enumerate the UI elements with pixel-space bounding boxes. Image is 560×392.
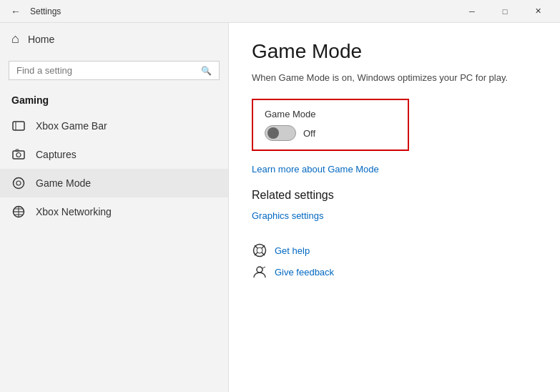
sidebar: ⌂ Home 🔍 Gaming Xbox Game Bar [0,23,229,392]
svg-point-18 [257,267,262,273]
game-mode-box-label: Game Mode [265,109,396,119]
content-area: Game Mode When Game Mode is on, Windows … [229,23,560,392]
get-help-row[interactable]: Get help [252,242,537,258]
get-help-icon [252,242,267,258]
close-icon: ✕ [535,6,541,16]
game-mode-icon [11,176,26,190]
maximize-button[interactable]: □ [488,0,521,23]
svg-point-6 [16,181,21,185]
back-button[interactable]: ← [6,1,26,21]
give-feedback-row[interactable]: Give feedback [252,264,537,280]
search-box[interactable]: 🔍 [9,61,220,80]
window-controls: ─ □ ✕ [456,0,554,23]
related-settings-title: Related settings [252,189,537,202]
page-title: Game Mode [252,40,537,63]
home-icon: ⌂ [11,31,19,46]
maximize-icon: □ [503,7,508,16]
main-layout: ⌂ Home 🔍 Gaming Xbox Game Bar [0,23,560,392]
game-mode-box: Game Mode Off [252,99,409,151]
minimize-icon: ─ [469,7,475,16]
back-icon: ← [11,6,21,17]
sidebar-item-xbox-game-bar[interactable]: Xbox Game Bar [0,112,228,140]
close-button[interactable]: ✕ [521,0,554,23]
search-icon: 🔍 [201,66,212,76]
minimize-button[interactable]: ─ [456,0,488,23]
xbox-networking-icon [11,205,26,219]
toggle-row: Off [265,125,396,141]
svg-point-5 [14,178,24,189]
game-mode-toggle[interactable] [265,125,296,141]
xbox-game-bar-label: Xbox Game Bar [36,120,107,132]
svg-rect-2 [13,151,24,159]
sidebar-item-game-mode[interactable]: Game Mode [0,169,228,197]
home-label: Home [28,34,54,45]
svg-point-13 [257,248,262,253]
captures-icon [11,147,26,162]
give-feedback-icon [252,264,267,280]
captures-label: Captures [36,149,77,160]
learn-more-link[interactable]: Learn more about Game Mode [252,164,379,175]
sidebar-item-home[interactable]: ⌂ Home [0,23,228,55]
search-input[interactable] [16,65,195,76]
game-mode-label: Game Mode [36,177,91,189]
toggle-state-label: Off [303,128,315,139]
svg-point-3 [16,153,21,157]
xbox-networking-label: Xbox Networking [36,206,112,217]
page-description: When Game Mode is on, Windows optimizes … [252,72,537,84]
get-help-label[interactable]: Get help [275,245,310,256]
toggle-knob [267,127,279,139]
give-feedback-label[interactable]: Give feedback [275,267,334,278]
titlebar: ← Settings ─ □ ✕ [0,0,560,23]
sidebar-item-xbox-networking[interactable]: Xbox Networking [0,197,228,226]
graphics-settings-link[interactable]: Graphics settings [252,210,323,221]
titlebar-title: Settings [30,6,456,16]
xbox-game-bar-icon [11,119,26,133]
sidebar-section-label: Gaming [0,86,228,112]
svg-line-19 [262,267,265,268]
svg-rect-0 [13,122,24,130]
sidebar-item-captures[interactable]: Captures [0,140,228,169]
